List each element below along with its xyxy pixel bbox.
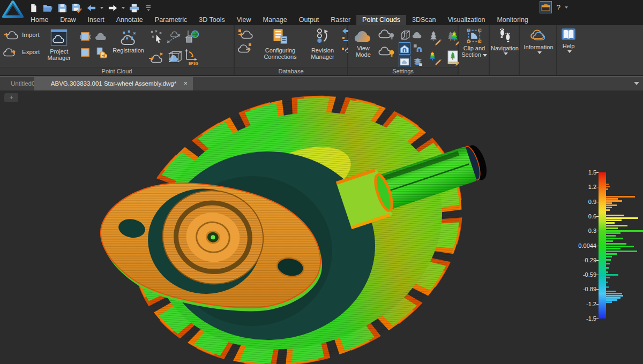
snap-home-button[interactable] bbox=[399, 42, 410, 55]
menu-tab-manage[interactable]: Manage bbox=[257, 15, 293, 25]
clip-and-section-button[interactable]: Clip and Section bbox=[459, 27, 489, 66]
import-cloud-icon bbox=[3, 29, 19, 40]
legend-histogram-bar bbox=[606, 215, 624, 216]
menu-tab-point-clouds[interactable]: Point Clouds bbox=[356, 15, 406, 25]
configuring-connections-button[interactable]: Configuring Connections bbox=[257, 27, 303, 66]
project-manager-button[interactable]: Project Manager bbox=[43, 27, 75, 66]
view-mode-button[interactable]: View Mode bbox=[352, 27, 375, 66]
menu-tab-output[interactable]: Output bbox=[293, 15, 325, 25]
colorize-grid bbox=[427, 29, 463, 66]
legend-tick-mark bbox=[596, 216, 599, 217]
toolbox-icon bbox=[541, 3, 550, 11]
tab-close-icon[interactable]: × bbox=[183, 77, 188, 90]
cube-cloud-icon[interactable] bbox=[166, 48, 182, 66]
bounding-cube-icon[interactable] bbox=[399, 29, 410, 41]
menu-tab-bar: HomeDrawInsertAnnotateParametric3D Tools… bbox=[0, 15, 643, 25]
redo-icon[interactable] bbox=[107, 3, 118, 13]
document-tab-title: ABVG.303833.001 Star-wheel Assembly.dwg* bbox=[51, 80, 176, 87]
panel-label-database: Database bbox=[235, 67, 347, 75]
help-menu[interactable]: ? bbox=[556, 3, 560, 12]
legend-tick-mark bbox=[596, 172, 599, 173]
document-tab-active[interactable]: ABVG.303833.001 Star-wheel Assembly.dwg*… bbox=[34, 77, 193, 91]
legend-histogram-bar bbox=[606, 196, 635, 198]
navigation-button[interactable]: Navigation bbox=[490, 27, 520, 66]
help-label: Help bbox=[563, 43, 575, 49]
menu-tab-parametric[interactable]: Parametric bbox=[149, 15, 193, 25]
select-points-icon[interactable] bbox=[148, 28, 165, 47]
cloud-transform-icon[interactable] bbox=[148, 48, 165, 66]
undo-dropdown-icon[interactable] bbox=[100, 7, 103, 9]
cube-globe-icon[interactable] bbox=[184, 28, 200, 47]
layers-icon[interactable] bbox=[412, 56, 423, 68]
legend-histogram-bar bbox=[606, 198, 618, 200]
information-button[interactable]: Information bbox=[522, 27, 554, 66]
legend-histogram-bar bbox=[606, 267, 609, 269]
document-tab-untitled[interactable]: Untitled0 bbox=[0, 77, 35, 91]
legend-histogram-bar bbox=[606, 295, 623, 297]
snap-magnet-icon[interactable] bbox=[412, 42, 423, 55]
tab-list-dropdown-icon[interactable] bbox=[634, 82, 639, 85]
menu-tab-3dscan[interactable]: 3DScan bbox=[406, 15, 442, 25]
crop-region-icon[interactable] bbox=[78, 46, 92, 59]
undo-icon[interactable] bbox=[86, 3, 96, 13]
paste-cloud-icon[interactable] bbox=[94, 46, 108, 59]
legend-tick-mark bbox=[596, 231, 599, 231]
legend-tick-label: -1.5 bbox=[576, 316, 596, 322]
cloud-db-in-icon[interactable] bbox=[238, 28, 254, 40]
menu-tab-3d-tools[interactable]: 3D Tools bbox=[193, 15, 230, 25]
import-button[interactable]: Import bbox=[3, 29, 40, 40]
legend-histogram-bar bbox=[606, 204, 617, 206]
point-cloud-small-grid bbox=[78, 29, 108, 66]
registration-button[interactable]: Registration bbox=[111, 29, 145, 66]
legend-histogram-bar bbox=[606, 222, 615, 224]
legend-histogram-bar bbox=[606, 209, 610, 211]
colorize-single-gray-icon[interactable] bbox=[427, 29, 444, 47]
help-button[interactable]: Help bbox=[560, 27, 577, 66]
export-label: Export bbox=[22, 49, 40, 55]
new-file-icon[interactable] bbox=[28, 3, 39, 13]
qat-overflow-icon[interactable] bbox=[143, 3, 154, 13]
legend-histogram-bar bbox=[606, 235, 616, 237]
legend-histogram-bar bbox=[606, 253, 617, 255]
viewport-canvas[interactable] bbox=[0, 90, 643, 364]
legend-histogram-bar bbox=[606, 277, 610, 278]
cloud-light-on-icon[interactable] bbox=[378, 46, 395, 58]
colorize-single-elevation-icon[interactable] bbox=[427, 49, 444, 67]
menu-tab-insert[interactable]: Insert bbox=[82, 15, 110, 25]
titlebar-dropdown-icon[interactable] bbox=[565, 6, 568, 9]
attach-cloud-icon[interactable] bbox=[78, 29, 92, 43]
toolbox-button[interactable] bbox=[540, 1, 552, 13]
ribbon: Import Export Project Manager bbox=[0, 25, 643, 76]
menu-tab-visualization[interactable]: Visualization bbox=[442, 15, 491, 25]
menu-tab-raster[interactable]: Raster bbox=[325, 15, 356, 25]
legend-tick-label: -1.2 bbox=[576, 301, 596, 307]
open-folder-icon[interactable] bbox=[42, 3, 53, 13]
image-view-button[interactable] bbox=[399, 56, 410, 68]
project-manager-label: Project Manager bbox=[44, 48, 74, 61]
legend-tick-label: 0.3 bbox=[576, 228, 596, 234]
legend-histogram-bar bbox=[606, 274, 618, 276]
menu-tab-monitoring[interactable]: Monitoring bbox=[491, 15, 534, 25]
legend-histogram-bar bbox=[606, 297, 620, 299]
measure-points-icon[interactable] bbox=[166, 28, 182, 47]
menu-tab-view[interactable]: View bbox=[231, 15, 257, 25]
export-button[interactable]: Export bbox=[3, 47, 40, 57]
epsg-icon[interactable]: EPSG bbox=[184, 48, 200, 66]
point-density-cloud-icon[interactable] bbox=[412, 29, 423, 41]
point-cloud-model bbox=[91, 90, 495, 364]
revision-manager-label: Revision Manager bbox=[308, 47, 338, 60]
cloud-light-off-icon[interactable] bbox=[378, 28, 395, 41]
cloud-db-out-icon[interactable] bbox=[238, 42, 254, 54]
menu-tab-annotate[interactable]: Annotate bbox=[110, 15, 149, 25]
revision-manager-button[interactable]: Revision Manager bbox=[306, 27, 339, 66]
save-as-icon[interactable] bbox=[71, 3, 82, 13]
menu-tab-home[interactable]: Home bbox=[25, 15, 54, 25]
save-icon[interactable] bbox=[57, 3, 68, 13]
new-viewport-button[interactable]: + bbox=[4, 93, 18, 102]
print-icon[interactable] bbox=[129, 3, 139, 13]
ribbon-panel-settings: View Mode Settings bbox=[348, 25, 459, 75]
dense-cloud-icon[interactable] bbox=[94, 29, 108, 43]
redo-dropdown-icon[interactable] bbox=[122, 7, 125, 9]
legend-histogram-bar bbox=[606, 301, 612, 303]
menu-tab-draw[interactable]: Draw bbox=[54, 15, 81, 25]
